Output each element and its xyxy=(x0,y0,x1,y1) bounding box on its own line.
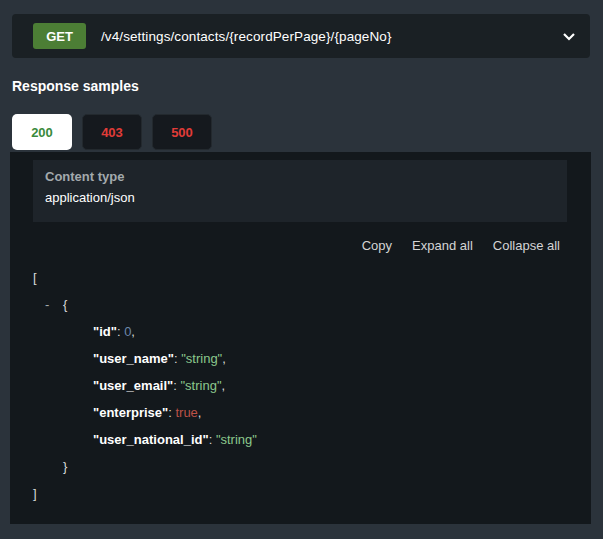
json-token-punct: , xyxy=(198,405,202,420)
tab-200[interactable]: 200 xyxy=(12,114,72,150)
json-line: "enterprise": true, xyxy=(10,399,591,426)
json-line: "user_name": "string", xyxy=(10,345,591,372)
json-line: "user_email": "string", xyxy=(10,372,591,399)
json-line: -{ xyxy=(10,291,591,318)
expand-all-button[interactable]: Expand all xyxy=(412,238,473,253)
collapse-toggle[interactable]: - xyxy=(45,291,63,318)
json-token-key: "user_name" xyxy=(93,351,174,366)
collapse-all-button[interactable]: Collapse all xyxy=(493,238,560,253)
copy-button[interactable]: Copy xyxy=(362,238,392,253)
json-token-str: "string" xyxy=(181,378,222,393)
endpoint-bar[interactable]: GET /v4/settings/contacts/{recordPerPage… xyxy=(12,14,590,58)
json-token-punct: , xyxy=(222,378,226,393)
api-doc-page: GET /v4/settings/contacts/{recordPerPage… xyxy=(0,0,603,539)
json-token-punct: : xyxy=(209,432,216,447)
json-token-key: "user_national_id" xyxy=(93,432,209,447)
json-line: ] xyxy=(10,480,591,507)
chevron-down-icon[interactable] xyxy=(562,32,576,41)
json-line: "id": 0, xyxy=(10,318,591,345)
content-type-label: Content type xyxy=(45,169,555,184)
json-token-key: "enterprise" xyxy=(93,405,168,420)
response-sample-panel: Content type application/json Copy Expan… xyxy=(10,152,591,524)
json-token-punct: , xyxy=(222,351,226,366)
endpoint-path: /v4/settings/contacts/{recordPerPage}/{p… xyxy=(101,29,392,44)
json-line: "user_national_id": "string" xyxy=(10,426,591,453)
json-token-bool: true xyxy=(175,405,197,420)
sample-actions: Copy Expand all Collapse all xyxy=(362,238,560,253)
json-token-punct: ] xyxy=(33,486,37,501)
response-samples-title: Response samples xyxy=(12,78,139,94)
tab-403[interactable]: 403 xyxy=(82,114,142,150)
content-type-box: Content type application/json xyxy=(33,160,567,222)
json-token-punct: [ xyxy=(33,270,37,285)
response-code-tabs: 200 403 500 xyxy=(12,114,212,150)
json-line: } xyxy=(10,453,591,480)
json-token-punct: { xyxy=(63,297,67,312)
json-token-punct: } xyxy=(63,459,67,474)
http-method-badge: GET xyxy=(33,23,86,49)
json-token-punct: , xyxy=(131,324,135,339)
json-token-punct: : xyxy=(173,378,180,393)
json-token-key: "user_email" xyxy=(93,378,173,393)
content-type-value: application/json xyxy=(45,190,555,205)
json-token-str: "string" xyxy=(216,432,257,447)
tab-500[interactable]: 500 xyxy=(152,114,212,150)
json-token-key: "id" xyxy=(93,324,117,339)
json-sample: [-{"id": 0,"user_name": "string","user_e… xyxy=(10,264,591,507)
json-token-str: "string" xyxy=(181,351,222,366)
json-line: [ xyxy=(10,264,591,291)
